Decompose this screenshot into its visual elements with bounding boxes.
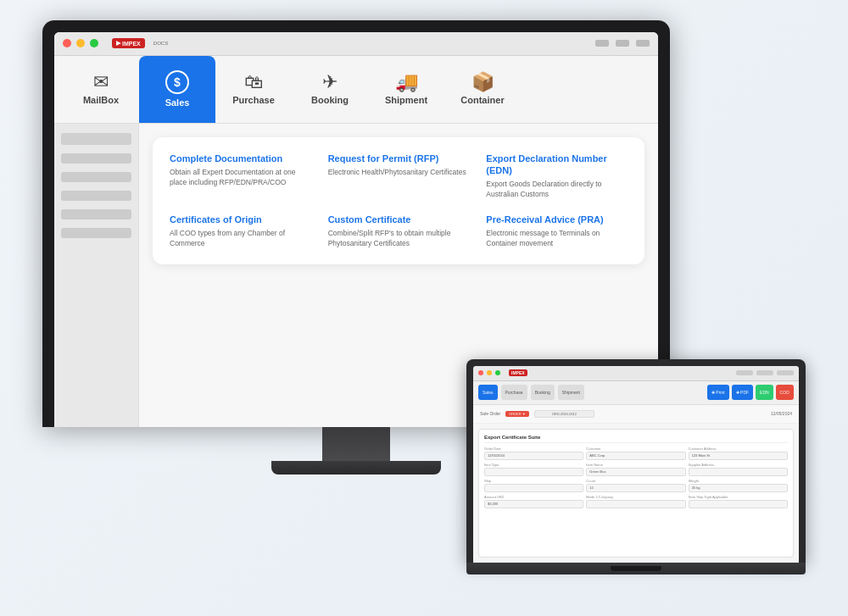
laptop-field-value-ship[interactable] — [484, 484, 583, 492]
tab-purchase[interactable]: 🛍 Purchase — [215, 56, 292, 123]
tab-shipment-label: Shipment — [385, 95, 427, 105]
laptop-field-value-amount[interactable]: $3,200 — [484, 500, 583, 508]
laptop-field-amount: Amount USD $3,200 — [484, 495, 583, 508]
laptop-field-label-ship: Ship — [484, 479, 583, 483]
laptop-body: Export Certificate Suite Order Date 12/0… — [473, 424, 799, 563]
container-icon: 📦 — [471, 73, 494, 92]
feature-complete-doc[interactable]: Complete Documentation Obtain all Expert… — [170, 153, 311, 200]
sidebar-strip-2 — [61, 153, 131, 164]
laptop-nav-booking[interactable]: Booking — [531, 385, 555, 400]
laptop-field-value-note[interactable] — [689, 500, 788, 508]
shipment-icon: 🚚 — [395, 73, 418, 92]
features-card: Complete Documentation Obtain all Expert… — [153, 137, 644, 264]
laptop-btn-pdf[interactable]: ✚ PDF — [732, 385, 753, 400]
laptop-btn-edn[interactable]: EDN — [756, 385, 773, 400]
laptop-field-value-cust-addr[interactable]: 123 Main St — [689, 452, 788, 460]
feature-edn-desc: Export Goods Declaration directly to Aus… — [486, 180, 628, 200]
laptop-field-value-weight[interactable]: 45 kg — [689, 484, 788, 492]
laptop-field-label-supp-addr: Supplier Address — [689, 463, 788, 467]
laptop-field-label-count: Count — [586, 479, 685, 483]
laptop-field-value-item-name[interactable]: Green Box — [586, 468, 685, 476]
scene: ▶ IMPEX DOCS ✉ MailBox — [42, 20, 806, 597]
laptop-dot-yellow[interactable] — [487, 370, 492, 375]
laptop-field-value-customer[interactable]: ABC Corp — [586, 452, 685, 460]
laptop-field-label-cust-addr: Customer Address — [689, 447, 788, 451]
feature-coo-title: Certificates of Origin — [170, 214, 311, 225]
laptop-field-item-type: Item Type — [484, 463, 583, 476]
dot-red[interactable] — [63, 39, 71, 47]
sidebar-strip-4 — [61, 191, 131, 201]
laptop-topbar-item-1 — [736, 370, 753, 375]
laptop-field-item-name: Item Name Green Box — [586, 463, 685, 476]
topbar-icon-3 — [636, 40, 650, 47]
dot-green[interactable] — [90, 39, 98, 47]
laptop-toolbar-field: ORD-2024-0012 — [534, 410, 594, 418]
laptop-base — [466, 563, 806, 574]
laptop-field-label-order-date: Order Date — [484, 447, 583, 451]
tab-shipment[interactable]: 🚚 Shipment — [368, 56, 444, 123]
dot-yellow[interactable] — [76, 39, 85, 47]
feature-rfp-desc: Electronic Health/Phytosanitary Certific… — [328, 168, 470, 178]
laptop-field-ship: Ship — [484, 479, 583, 492]
feature-pra-title: Pre-Receival Advice (PRA) — [486, 214, 628, 225]
laptop-notch — [611, 566, 661, 571]
app-logo-sub: DOCS — [153, 41, 168, 46]
laptop-field-label-item-type: Item Type — [484, 463, 583, 467]
laptop-field-mode2: Mode 2 Company — [586, 495, 685, 508]
mailbox-icon: ✉ — [93, 73, 109, 92]
feature-pra-desc: Electronic message to Terminals on Conta… — [486, 229, 628, 249]
feature-complete-doc-title: Complete Documentation — [170, 153, 311, 164]
feature-pra[interactable]: Pre-Receival Advice (PRA) Electronic mes… — [486, 214, 628, 249]
tab-booking[interactable]: ✈ Booking — [292, 56, 368, 123]
laptop-nav-shipment[interactable]: Shipment — [558, 385, 584, 400]
laptop-action-buttons: ✚ Print ✚ PDF EDN COO — [707, 385, 794, 400]
feature-custom-cert[interactable]: Custom Certificate Combine/Split RFP's t… — [328, 214, 470, 249]
laptop-dot-red[interactable] — [478, 370, 483, 375]
feature-edn[interactable]: Export Declaration Number (EDN) Export G… — [486, 153, 628, 200]
feature-coo-desc: All COO types from any Chamber of Commer… — [170, 229, 311, 249]
sales-icon: $ — [165, 70, 189, 94]
laptop-field-label-mode2: Mode 2 Company — [586, 495, 685, 499]
feature-rfp-title: Request for Permit (RFP) — [328, 153, 470, 164]
laptop-card-title: Export Certificate Suite — [484, 435, 788, 443]
sidebar-strip-6 — [61, 228, 131, 238]
laptop-nav: Sales Purchase Booking Shipment ✚ Print … — [473, 381, 799, 405]
laptop-topbar-item-2 — [756, 370, 773, 375]
laptop-toolbar-label: Sale Order — [480, 411, 500, 416]
tab-container[interactable]: 📦 Container — [444, 56, 521, 123]
laptop-field-value-supp-addr[interactable] — [689, 468, 788, 476]
laptop-field-value-mode2[interactable] — [586, 500, 685, 508]
laptop-topbar-item-3 — [777, 370, 794, 375]
laptop-card: Export Certificate Suite Order Date 12/0… — [478, 429, 794, 558]
nav-tabs: ✉ MailBox $ Sales 🛍 Purchase ✈ Booking — [54, 56, 658, 124]
laptop-field-value-order-date[interactable]: 12/05/2024 — [484, 452, 583, 460]
laptop-btn-print[interactable]: ✚ Print — [707, 385, 729, 400]
laptop-btn-coo[interactable]: COO — [776, 385, 794, 400]
laptop-toolbar: Sale Order ORDER ▼ ORD-2024-0012 12/05/2… — [473, 405, 799, 424]
laptop-field-value-item-type[interactable] — [484, 468, 583, 476]
laptop-topbar: IMPEX — [473, 366, 799, 381]
laptop-form-grid: Order Date 12/05/2024 Customer ABC Corp … — [484, 447, 788, 508]
laptop-field-customer: Customer ABC Corp — [586, 447, 685, 460]
laptop-field-count: Count 12 — [586, 479, 685, 492]
laptop-nav-sales[interactable]: Sales — [478, 385, 498, 400]
topbar-icon-2 — [616, 40, 629, 47]
laptop-field-supp-addr: Supplier Address — [689, 463, 788, 476]
feature-rfp[interactable]: Request for Permit (RFP) Electronic Heal… — [328, 153, 470, 200]
screen-topbar: ▶ IMPEX DOCS — [54, 32, 658, 56]
laptop-field-order-date: Order Date 12/05/2024 — [484, 447, 583, 460]
laptop-nav-purchase[interactable]: Purchase — [501, 385, 527, 400]
laptop-field-value-count[interactable]: 12 — [586, 484, 685, 492]
tab-sales[interactable]: $ Sales — [139, 56, 215, 123]
topbar-icon-1 — [595, 40, 609, 47]
booking-icon: ✈ — [322, 73, 338, 92]
tab-booking-label: Booking — [311, 95, 349, 105]
feature-coo[interactable]: Certificates of Origin All COO types fro… — [170, 214, 311, 249]
tab-container-label: Container — [460, 95, 504, 105]
tab-mailbox[interactable]: ✉ MailBox — [63, 56, 139, 123]
app-logo: ▶ IMPEX — [112, 38, 145, 48]
monitor-stand-neck — [322, 427, 390, 461]
purchase-icon: 🛍 — [244, 73, 263, 92]
laptop-dot-green[interactable] — [495, 370, 500, 375]
feature-edn-title: Export Declaration Number (EDN) — [486, 153, 628, 177]
